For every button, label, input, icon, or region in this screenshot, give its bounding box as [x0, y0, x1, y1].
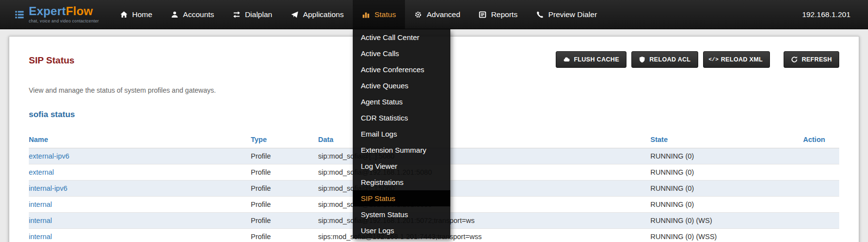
- nav-item-status[interactable]: Status Active Call Center Active Calls A…: [353, 0, 405, 29]
- profile-link[interactable]: external: [29, 168, 54, 176]
- menu-item-active-conferences[interactable]: Active Conferences: [353, 61, 450, 78]
- nav-item-advanced[interactable]: Advanced: [405, 0, 469, 29]
- main-nav: Home Accounts Dialplan Applications Stat…: [111, 0, 606, 29]
- paper-plane-icon: [291, 11, 299, 19]
- expertflow-logo-icon: [15, 10, 24, 20]
- bar-chart-icon: [362, 11, 370, 19]
- button-label: REFRESH: [802, 56, 832, 63]
- top-navbar: ExpertFlow chat, voice and video contact…: [0, 0, 868, 29]
- action-buttons: FLUSH CACHE RELOAD ACL </> RELOAD XML RE…: [551, 51, 839, 68]
- cell-type: Profile: [251, 164, 318, 181]
- reload-acl-button[interactable]: RELOAD ACL: [631, 51, 698, 68]
- nav-item-label: Preview Dialer: [548, 10, 597, 19]
- column-header-state[interactable]: State: [650, 131, 803, 148]
- cell-action: [803, 164, 839, 181]
- nav-item-label: Dialplan: [245, 10, 272, 19]
- cell-type: Profile: [251, 197, 318, 213]
- cell-type: Profile: [251, 181, 318, 197]
- nav-item-home[interactable]: Home: [111, 0, 161, 29]
- brand-flow: Flow: [66, 4, 93, 18]
- cell-action: [803, 229, 839, 242]
- brand-expert: Expert: [29, 4, 66, 18]
- menu-item-user-logs[interactable]: User Logs: [353, 222, 450, 239]
- brand-tagline: chat, voice and video contactcenter: [29, 19, 99, 23]
- cell-state: RUNNING (0): [650, 181, 803, 197]
- person-icon: [171, 11, 179, 19]
- menu-item-active-calls[interactable]: Active Calls: [353, 45, 450, 61]
- button-label: RELOAD ACL: [649, 56, 690, 63]
- nav-item-label: Advanced: [426, 10, 460, 19]
- button-label: FLUSH CACHE: [574, 56, 619, 63]
- menu-item-system-status[interactable]: System Status: [353, 206, 450, 222]
- cell-state: RUNNING (0): [650, 164, 803, 181]
- column-header-name[interactable]: Name: [29, 131, 251, 148]
- cloud-icon: [563, 56, 570, 63]
- menu-item-active-call-center[interactable]: Active Call Center: [353, 29, 450, 45]
- gear-icon: [414, 11, 422, 19]
- cell-action: [803, 213, 839, 229]
- cell-type: Profile: [251, 229, 318, 242]
- menu-item-email-logs[interactable]: Email Logs: [353, 126, 450, 142]
- nav-item-label: Applications: [303, 10, 344, 19]
- profile-link[interactable]: internal: [29, 217, 52, 224]
- flush-cache-button[interactable]: FLUSH CACHE: [556, 51, 626, 68]
- profile-link[interactable]: internal: [29, 233, 52, 241]
- home-icon: [120, 11, 128, 19]
- menu-item-cdr-statistics[interactable]: CDR Statistics: [353, 110, 450, 126]
- cell-state: RUNNING (0): [650, 197, 803, 213]
- profile-link[interactable]: external-ipv6: [29, 152, 69, 160]
- shield-icon: [639, 56, 646, 63]
- nav-item-applications[interactable]: Applications: [282, 0, 353, 29]
- cell-type: Profile: [251, 213, 318, 229]
- cell-action: [803, 181, 839, 197]
- cell-state: RUNNING (0) (WSS): [650, 229, 803, 242]
- swap-arrows-icon: [233, 11, 241, 19]
- status-dropdown-menu: Active Call Center Active Calls Active C…: [353, 29, 450, 239]
- report-board-icon: [479, 11, 486, 19]
- nav-item-preview-dialer[interactable]: Preview Dialer: [527, 0, 606, 29]
- nav-item-reports[interactable]: Reports: [469, 0, 526, 29]
- nav-item-label: Status: [374, 10, 396, 19]
- refresh-button[interactable]: REFRESH: [784, 51, 839, 68]
- menu-item-registrations[interactable]: Registrations: [353, 174, 450, 190]
- menu-item-extension-summary[interactable]: Extension Summary: [353, 142, 450, 158]
- cell-state: RUNNING (0) (WS): [650, 213, 803, 229]
- menu-item-active-queues[interactable]: Active Queues: [353, 78, 450, 94]
- phone-handset-icon: [536, 11, 544, 19]
- brand-logo[interactable]: ExpertFlow chat, voice and video contact…: [15, 5, 99, 23]
- circular-arrow-icon: [791, 56, 798, 63]
- nav-item-label: Reports: [491, 10, 517, 19]
- nav-item-dialplan[interactable]: Dialplan: [223, 0, 282, 29]
- server-ip: 192.168.1.201: [802, 10, 850, 19]
- cell-state: RUNNING (0): [650, 148, 803, 164]
- reload-xml-button[interactable]: </> RELOAD XML: [703, 51, 770, 68]
- menu-item-log-viewer[interactable]: Log Viewer: [353, 158, 450, 174]
- nav-item-accounts[interactable]: Accounts: [161, 0, 223, 29]
- column-header-action[interactable]: Action: [803, 131, 839, 148]
- cell-action: [803, 148, 839, 164]
- button-label: RELOAD XML: [721, 56, 763, 63]
- nav-item-label: Accounts: [183, 10, 214, 19]
- code-brackets-icon: </>: [710, 56, 717, 63]
- nav-item-label: Home: [132, 10, 152, 19]
- column-header-type[interactable]: Type: [251, 131, 318, 148]
- profile-link[interactable]: internal: [29, 201, 52, 208]
- cell-action: [803, 197, 839, 213]
- menu-item-sip-status[interactable]: SIP Status: [353, 190, 450, 206]
- page-title: SIP Status: [29, 55, 75, 66]
- profile-link[interactable]: internal-ipv6: [29, 184, 67, 192]
- cell-type: Profile: [251, 148, 318, 164]
- menu-item-agent-status[interactable]: Agent Status: [353, 94, 450, 110]
- brand-name: ExpertFlow: [29, 5, 99, 17]
